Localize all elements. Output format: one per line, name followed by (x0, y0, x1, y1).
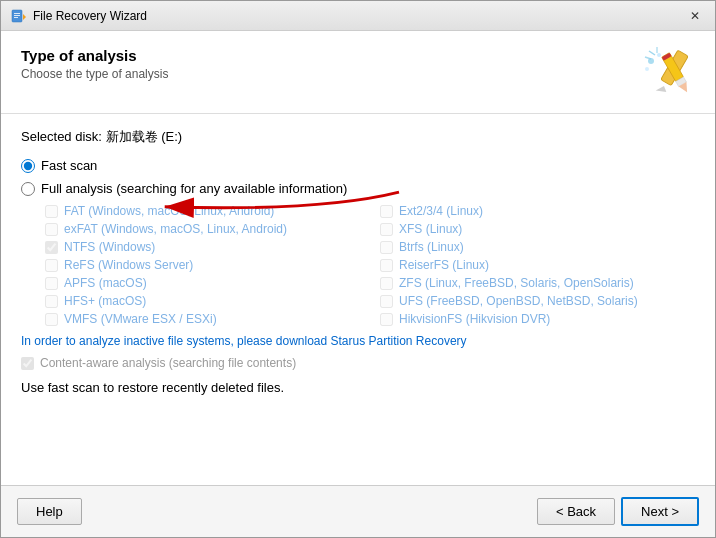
fast-scan-note: Use fast scan to restore recently delete… (21, 380, 695, 395)
svg-rect-3 (14, 17, 18, 18)
help-button[interactable]: Help (17, 498, 82, 525)
refs-label: ReFS (Windows Server) (64, 258, 193, 272)
fat-label: FAT (Windows, macOS, Linux, Android) (64, 204, 274, 218)
apfs-checkbox[interactable] (45, 277, 58, 290)
zfs-label: ZFS (Linux, FreeBSD, Solaris, OpenSolari… (399, 276, 634, 290)
svg-marker-6 (656, 84, 669, 96)
vmfs-checkbox[interactable] (45, 313, 58, 326)
exfat-checkbox[interactable] (45, 223, 58, 236)
svg-line-14 (649, 51, 655, 55)
fs-refs[interactable]: ReFS (Windows Server) (45, 258, 360, 272)
ntfs-label: NTFS (Windows) (64, 240, 155, 254)
svg-line-15 (645, 57, 651, 59)
fs-btrfs[interactable]: Btrfs (Linux) (380, 240, 695, 254)
header-text: Type of analysis Choose the type of anal… (21, 47, 168, 81)
ufs-label: UFS (FreeBSD, OpenBSD, NetBSD, Solaris) (399, 294, 638, 308)
header: Type of analysis Choose the type of anal… (1, 31, 715, 114)
fs-vmfs[interactable]: VMFS (VMware ESX / ESXi) (45, 312, 360, 326)
ufs-checkbox[interactable] (380, 295, 393, 308)
content-aware-label: Content-aware analysis (searching file c… (40, 356, 296, 370)
app-icon (11, 8, 27, 24)
xfs-label: XFS (Linux) (399, 222, 462, 236)
footer: Help < Back Next > (1, 485, 715, 537)
footer-right: < Back Next > (537, 497, 699, 526)
download-link-line: In order to analyze inactive file system… (21, 334, 695, 348)
fs-ext234[interactable]: Ext2/3/4 (Linux) (380, 204, 695, 218)
full-analysis-option[interactable]: Full analysis (searching for any availab… (21, 181, 695, 196)
fs-zfs[interactable]: ZFS (Linux, FreeBSD, Solaris, OpenSolari… (380, 276, 695, 290)
reiserfs-checkbox[interactable] (380, 259, 393, 272)
hikvision-label: HikvisionFS (Hikvision DVR) (399, 312, 550, 326)
zfs-checkbox[interactable] (380, 277, 393, 290)
wizard-icon (641, 47, 695, 101)
page-title: Type of analysis (21, 47, 168, 64)
svg-marker-4 (23, 14, 26, 20)
xfs-checkbox[interactable] (380, 223, 393, 236)
refs-checkbox[interactable] (45, 259, 58, 272)
fs-xfs[interactable]: XFS (Linux) (380, 222, 695, 236)
content-aware-checkbox[interactable] (21, 357, 34, 370)
apfs-label: APFS (macOS) (64, 276, 147, 290)
page-subtitle: Choose the type of analysis (21, 67, 168, 81)
content-area: Selected disk: 新加载卷 (E:) Fast scan Full … (1, 114, 715, 485)
window-title: File Recovery Wizard (33, 9, 147, 23)
fs-hfsplus[interactable]: HFS+ (macOS) (45, 294, 360, 308)
full-analysis-radio[interactable] (21, 182, 35, 196)
fs-hikvision[interactable]: HikvisionFS (Hikvision DVR) (380, 312, 695, 326)
ext234-label: Ext2/3/4 (Linux) (399, 204, 483, 218)
fast-scan-label[interactable]: Fast scan (41, 158, 97, 173)
download-link[interactable]: In order to analyze inactive file system… (21, 334, 467, 348)
header-icon (641, 47, 695, 101)
selected-disk-label: Selected disk: 新加载卷 (E:) (21, 128, 695, 146)
next-button[interactable]: Next > (621, 497, 699, 526)
hikvision-checkbox[interactable] (380, 313, 393, 326)
fat-checkbox[interactable] (45, 205, 58, 218)
ntfs-checkbox[interactable] (45, 241, 58, 254)
close-button[interactable]: ✕ (685, 6, 705, 26)
fs-fat[interactable]: FAT (Windows, macOS, Linux, Android) (45, 204, 360, 218)
hfsplus-label: HFS+ (macOS) (64, 294, 146, 308)
back-button[interactable]: < Back (537, 498, 615, 525)
full-analysis-label[interactable]: Full analysis (searching for any availab… (41, 181, 347, 196)
vmfs-label: VMFS (VMware ESX / ESXi) (64, 312, 217, 326)
svg-rect-2 (14, 15, 20, 16)
reiserfs-label: ReiserFS (Linux) (399, 258, 489, 272)
fs-ufs[interactable]: UFS (FreeBSD, OpenBSD, NetBSD, Solaris) (380, 294, 695, 308)
fs-ntfs[interactable]: NTFS (Windows) (45, 240, 360, 254)
fast-scan-radio[interactable] (21, 159, 35, 173)
content-aware-option[interactable]: Content-aware analysis (searching file c… (21, 356, 695, 370)
fs-exfat[interactable]: exFAT (Windows, macOS, Linux, Android) (45, 222, 360, 236)
ext234-checkbox[interactable] (380, 205, 393, 218)
svg-point-9 (645, 67, 649, 71)
svg-rect-1 (14, 13, 20, 14)
exfat-label: exFAT (Windows, macOS, Linux, Android) (64, 222, 287, 236)
main-window: File Recovery Wizard ✕ Type of analysis … (0, 0, 716, 538)
filesystem-grid: FAT (Windows, macOS, Linux, Android) Ext… (45, 204, 695, 326)
fast-scan-option[interactable]: Fast scan (21, 158, 695, 173)
titlebar: File Recovery Wizard ✕ (1, 1, 715, 31)
svg-point-8 (657, 53, 661, 57)
btrfs-label: Btrfs (Linux) (399, 240, 464, 254)
fs-apfs[interactable]: APFS (macOS) (45, 276, 360, 290)
fs-reiserfs[interactable]: ReiserFS (Linux) (380, 258, 695, 272)
titlebar-left: File Recovery Wizard (11, 8, 147, 24)
btrfs-checkbox[interactable] (380, 241, 393, 254)
hfsplus-checkbox[interactable] (45, 295, 58, 308)
